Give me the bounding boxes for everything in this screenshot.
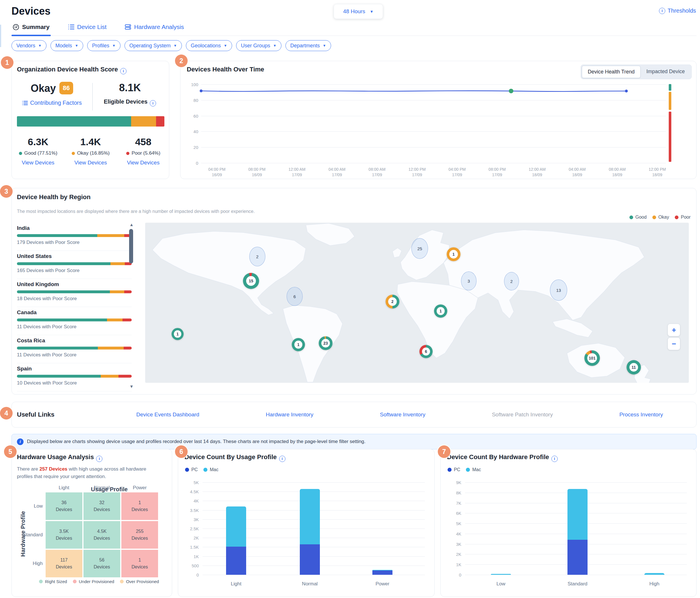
heatmap-cell[interactable]: 117Devices — [46, 550, 82, 577]
world-map[interactable]: + − 22563213152111123610111 — [145, 223, 689, 383]
useful-link-software-patch-inventory: Software Patch Inventory — [492, 412, 553, 418]
region-row[interactable]: Spain10 Devices with Poor Score — [17, 363, 132, 391]
filter-departments[interactable]: Departments▼ — [285, 40, 331, 51]
time-filter-dropdown[interactable]: 48 Hours ▼ — [334, 4, 383, 19]
view-devices-link[interactable]: View Devices — [117, 159, 170, 166]
heatmap-cell[interactable]: 36Devices — [46, 492, 82, 520]
scroll-down-icon[interactable]: ▼ — [129, 384, 134, 389]
map-donut-marker[interactable]: 6 — [420, 345, 433, 358]
useful-link-hardware-inventory[interactable]: Hardware Inventory — [266, 412, 314, 418]
chevron-down-icon: ▼ — [38, 44, 42, 48]
legend-dot — [652, 216, 656, 219]
useful-links-card: Useful Links Device Events DashboardHard… — [11, 402, 697, 427]
filter-geolocations[interactable]: Geolocations▼ — [186, 40, 232, 51]
bar-mac-low[interactable] — [491, 574, 511, 575]
scrollbar-thumb[interactable] — [129, 229, 133, 264]
heatmap-cell[interactable]: 1Devices — [121, 550, 158, 577]
x-axis-label: High — [650, 581, 659, 587]
health-bar-segment-red — [156, 116, 165, 127]
bar-mac-normal[interactable] — [300, 489, 320, 544]
y-axis-tick: 1K — [445, 562, 461, 567]
heatmap-cell[interactable]: 56Devices — [83, 550, 120, 577]
tab-device-list[interactable]: Device List — [67, 22, 108, 35]
filter-models[interactable]: Models▼ — [50, 40, 83, 51]
y-axis-tick: 3.5K — [182, 507, 199, 513]
bar-mac-power[interactable] — [372, 570, 393, 570]
heatmap-cell[interactable]: 255Devices — [121, 521, 158, 549]
threshold-colorbar-red — [669, 111, 671, 162]
trend-line — [180, 61, 697, 179]
heatmap-cell[interactable]: 4.5KDevices — [83, 521, 120, 549]
map-donut-marker[interactable]: 11 — [627, 360, 641, 374]
region-row[interactable]: United Kingdom18 Devices with Poor Score — [17, 279, 132, 307]
bar-pc-power[interactable] — [372, 570, 393, 575]
gridline — [203, 575, 425, 575]
map-donut-marker[interactable]: 1 — [447, 247, 460, 261]
map-cluster-marker[interactable]: 2 — [249, 247, 265, 266]
useful-link-device-events-dashboard[interactable]: Device Events Dashboard — [136, 412, 199, 418]
map-zoom-out-button[interactable]: − — [668, 338, 680, 350]
bar-pc-light[interactable] — [226, 547, 246, 575]
map-cluster-marker[interactable]: 25 — [411, 238, 428, 259]
map-cluster-marker[interactable]: 6 — [286, 287, 303, 306]
region-row[interactable]: Canada11 Devices with Poor Score — [17, 307, 132, 335]
bar-pc-normal[interactable] — [300, 544, 320, 575]
chevron-down-icon: ▼ — [224, 44, 227, 48]
map-donut-marker[interactable]: 2 — [385, 295, 399, 308]
filter-user-groups[interactable]: User Groups▼ — [236, 40, 281, 51]
map-donut-marker[interactable]: 101 — [584, 350, 600, 366]
tab-summary[interactable]: Summary — [11, 22, 51, 35]
y-axis-tick: 2.5K — [182, 526, 199, 531]
map-donut-marker[interactable]: 1 — [292, 338, 305, 351]
thresholds-link[interactable]: i Thresholds — [659, 7, 696, 14]
bar-pc-standard[interactable] — [568, 540, 588, 575]
marker-count: 15 — [246, 276, 256, 286]
y-axis-tick: 3K — [182, 517, 199, 522]
heatmap-cell[interactable]: 1Devices — [121, 492, 158, 520]
list-icon — [22, 101, 28, 105]
health-stat: 458Poor (5.64%)View Devices — [117, 136, 170, 166]
y-axis-tick: 4K — [182, 498, 199, 503]
view-devices-link[interactable]: View Devices — [64, 159, 117, 166]
page-title: Devices — [11, 5, 50, 17]
useful-link-process-inventory[interactable]: Process Inventory — [619, 412, 663, 418]
map-donut-marker[interactable]: 1 — [434, 304, 447, 318]
map-cluster-marker[interactable]: 2 — [504, 272, 519, 291]
info-icon[interactable]: i — [120, 68, 126, 74]
info-icon[interactable]: i — [150, 100, 156, 106]
bar-mac-standard[interactable] — [568, 489, 588, 540]
heatmap-cell[interactable]: 3.5KDevices — [46, 521, 82, 549]
x-axis-label: Light — [231, 581, 242, 587]
region-row[interactable]: Costa Rica11 Devices with Poor Score — [17, 335, 132, 363]
map-cluster-marker[interactable]: 13 — [550, 279, 567, 301]
region-name: India — [17, 223, 132, 231]
useful-link-software-inventory[interactable]: Software Inventory — [380, 412, 425, 418]
annotation-badge-3: 3 — [0, 185, 12, 198]
region-row[interactable]: India179 Devices with Poor Score — [17, 223, 132, 251]
scroll-up-icon[interactable]: ▲ — [129, 222, 134, 227]
eligible-devices-value: 8.1K — [93, 82, 167, 94]
stat-value: 1.4K — [64, 136, 117, 148]
map-donut-marker[interactable]: 23 — [319, 336, 332, 350]
map-donut-marker[interactable]: 15 — [243, 273, 259, 289]
region-health-bar — [17, 234, 132, 237]
filter-vendors[interactable]: Vendors▼ — [11, 40, 47, 51]
contributing-factors-link[interactable]: Contributing Factors — [12, 100, 92, 106]
map-donut-marker[interactable]: 1 — [172, 328, 183, 340]
heatmap-cell[interactable]: 32Devices — [83, 492, 120, 520]
stat-value: 6.3K — [12, 136, 64, 148]
map-zoom-in-button[interactable]: + — [668, 324, 680, 336]
filter-profiles[interactable]: Profiles▼ — [87, 40, 121, 51]
stat-label: Poor (5.64%) — [117, 150, 170, 156]
chevron-down-icon: ▼ — [370, 9, 374, 14]
view-devices-link[interactable]: View Devices — [12, 159, 64, 166]
y-axis-tick: 5K — [445, 521, 461, 526]
region-row[interactable]: United States165 Devices with Poor Score — [17, 251, 132, 279]
bar-mac-light[interactable] — [226, 506, 246, 547]
bar-mac-high[interactable] — [644, 573, 665, 575]
y-axis-tick: 4K — [445, 531, 461, 536]
filter-operating-system[interactable]: Operating System▼ — [125, 40, 182, 51]
map-cluster-marker[interactable]: 3 — [461, 271, 476, 291]
annotation-badge-2: 2 — [175, 54, 188, 67]
tab-hardware-analysis[interactable]: Hardware Analysis — [124, 22, 185, 35]
